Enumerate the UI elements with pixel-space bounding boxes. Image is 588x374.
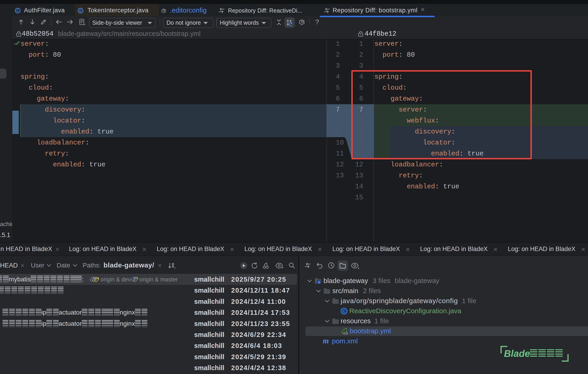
svg-text:C: C	[343, 309, 346, 314]
svg-text:C: C	[79, 9, 82, 12]
svg-text:C: C	[16, 9, 19, 12]
